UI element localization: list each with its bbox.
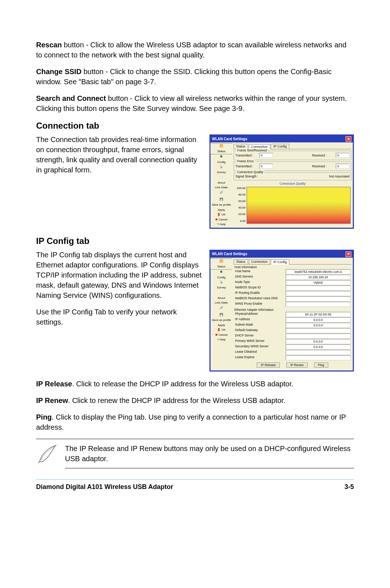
footer: Diamond Digital A101 Wireless USB Adapto… (36, 483, 354, 505)
wlan-sidebar-2: 📶Status 🛠Config 📡Survey 📄About Link Stat… (211, 258, 232, 370)
sidebar-item-ok-2[interactable]: 🚪 OK (211, 327, 232, 332)
sidebar-item-status[interactable]: 📶Status (210, 143, 233, 154)
frame-sent-received-group: Frame Sent/Received Transmitted : 0 Rece… (234, 151, 351, 160)
eth-info-head: Ethernet Adapter Information (234, 307, 351, 312)
config-icon: 🛠 (218, 155, 225, 160)
feather-icon (36, 443, 58, 465)
ping-lead: Ping (36, 413, 52, 421)
signal-strength-label: Signal Strength : (235, 175, 264, 178)
note-text: The IP Release and IP Renew buttons may … (65, 443, 354, 464)
sidebar-item-ok[interactable]: 🚪 OK (211, 212, 232, 217)
ip-renew-tail: . Click to renew the DHCP IP address for… (68, 396, 286, 404)
received-err-label: Received : (312, 164, 334, 168)
ssid-lead: Change SSID (36, 68, 82, 76)
link-state-icon: 🔗 (218, 191, 225, 196)
sidebar-item-linkstate-2[interactable]: 🔗 (211, 305, 232, 312)
ip-renew-para: IP Renew. Click to renew the DHCP IP add… (36, 395, 354, 405)
tab-status-2[interactable]: Status (234, 259, 248, 264)
sidebar-item-linkstate: Link State (211, 185, 232, 190)
tab-connection-2[interactable]: Connection (249, 259, 270, 264)
about-icon: 📄 (218, 176, 225, 181)
tabs-2: Status Connection IP Config (234, 259, 351, 265)
ip-renew-lead: IP Renew (36, 396, 68, 404)
status-icon: 📶 (218, 144, 225, 149)
sidebar-item-saveprofile[interactable]: 💾Save as profile (211, 197, 232, 207)
save-icon: 💾 (218, 198, 225, 203)
ping-button[interactable]: Ping (314, 362, 328, 368)
tab-status[interactable]: Status (234, 144, 248, 149)
frame-error-legend: Frame Error (236, 159, 255, 163)
tab-ipconfig-2[interactable]: IP Config (271, 259, 289, 265)
connection-quality-group: Connection Quality Signal Strength : Not… (234, 172, 351, 180)
transmitted-err-value: 0 (259, 164, 273, 169)
window-titlebar-2: WLAN Card Settings ✕ (211, 251, 353, 258)
window-title: WLAN Card Settings (212, 137, 247, 141)
close-icon[interactable]: ✕ (346, 136, 351, 142)
sidebar-item-survey[interactable]: 📡Survey (211, 164, 232, 175)
ip-release-para: IP Release. Click to release the DHCP IP… (36, 379, 354, 389)
cancel-icon: ✖ (215, 333, 218, 336)
sidebar-item-survey-2[interactable]: 📡Survey (211, 280, 232, 290)
sidebar-item-saveprofile-2[interactable]: 💾Save as profile (211, 312, 232, 323)
signal-strength-value: Not Associated (329, 175, 350, 178)
rescan-tail: button - Click to allow the Wireless USB… (36, 41, 346, 59)
sidebar-item-linkstate-2-lbl: Link State (211, 300, 232, 305)
ipconfig-body1: The IP Config tab displays the current h… (36, 250, 202, 300)
help-icon: ? (217, 223, 219, 226)
sidebar-item-apply[interactable]: Apply (211, 207, 232, 213)
ipconfig-screenshot: WLAN Card Settings ✕ 📶Status 🛠Config 📡Su… (209, 250, 354, 372)
ping-para: Ping. Click to display the Ping tab. Use… (36, 412, 354, 432)
chart-y-labels: 100.00 80.00 60.00 40.00 20.00 0.00 (235, 186, 246, 223)
close-icon-2[interactable]: ✕ (346, 252, 351, 257)
received-value: 0 (336, 153, 350, 158)
sidebar-item-help[interactable]: ? Help (211, 222, 232, 227)
transmitted-label: Transmitted : (235, 154, 258, 157)
connection-quality-legend: Connection Quality (236, 170, 264, 174)
ipconfig-body2: Use the IP Config Tab to verify your net… (36, 307, 202, 327)
window-titlebar: WLAN Card Settings ✕ (211, 136, 353, 142)
help-icon: ? (217, 338, 219, 341)
cancel-icon: ✖ (215, 218, 218, 221)
transmitted-err-label: Transmitted : (235, 164, 258, 168)
frame-sent-legend: Frame Sent/Received (236, 149, 268, 152)
status-icon: 📶 (218, 259, 225, 265)
sidebar-item-about-2[interactable]: 📄About (211, 290, 232, 301)
rescan-para: Rescan button - Click to allow the Wirel… (36, 40, 354, 60)
connection-heading: Connection tab (36, 121, 354, 131)
chart-title: Connection Quality (234, 182, 351, 185)
transmitted-value: 0 (259, 153, 273, 158)
ipconfig-heading: IP Config tab (36, 236, 354, 246)
ssid-para: Change SSID button - Click to change the… (36, 66, 354, 87)
tab-ipconfig[interactable]: IP Config (271, 144, 289, 149)
received-label: Received : (312, 154, 334, 157)
window-title-2: WLAN Card Settings (212, 252, 247, 256)
ok-icon: 🚪 (217, 328, 221, 331)
ping-tail: . Click to display the Ping tab. Use pin… (36, 413, 346, 431)
note-block: The IP Release and IP Renew buttons may … (36, 439, 354, 468)
host-info-head: Host Information (234, 265, 351, 269)
sidebar-item-cancel-2[interactable]: ✖ Cancel (211, 332, 232, 338)
received-err-value: 0 (336, 164, 350, 169)
sidebar-item-config[interactable]: 🛠Config (211, 154, 232, 165)
sidebar-item-config-2[interactable]: 🛠Config (211, 270, 232, 280)
ip-release-lead: IP Release (36, 380, 72, 388)
sidebar-item-help-2[interactable]: ? Help (211, 337, 232, 342)
search-para: Search and Connect button - Click to vie… (36, 93, 354, 113)
footer-right: 3-5 (344, 483, 354, 491)
about-icon: 📄 (218, 291, 225, 296)
sidebar-item-status-2[interactable]: 📶Status (210, 258, 233, 270)
sidebar-item-apply-2[interactable]: Apply (211, 323, 232, 328)
footer-left: Diamond Digital A101 Wireless USB Adapto… (36, 483, 173, 491)
rescan-lead: Rescan (36, 41, 62, 49)
sidebar-item-about[interactable]: 📄About (211, 175, 232, 185)
host-info-rows: Host Nameiea00752.mitsubishi-electric.co… (234, 269, 351, 307)
survey-icon: 📡 (218, 280, 225, 286)
footer-rule (36, 479, 354, 480)
sidebar-item-cancel[interactable]: ✖ Cancel (211, 217, 232, 222)
sidebar-item-linkstate-icon[interactable]: 🔗 (211, 190, 232, 197)
ip-release-button[interactable]: IP Release (257, 362, 280, 368)
ip-renew-button[interactable]: IP Renew (286, 362, 308, 368)
eth-info-rows: PhysicalAddress00-11-2F-02-D0-95 IP Addr… (234, 312, 351, 360)
save-icon: 💾 (218, 313, 225, 318)
frame-error-group: Frame Error Transmitted : 0 Received : 0 (234, 162, 351, 171)
